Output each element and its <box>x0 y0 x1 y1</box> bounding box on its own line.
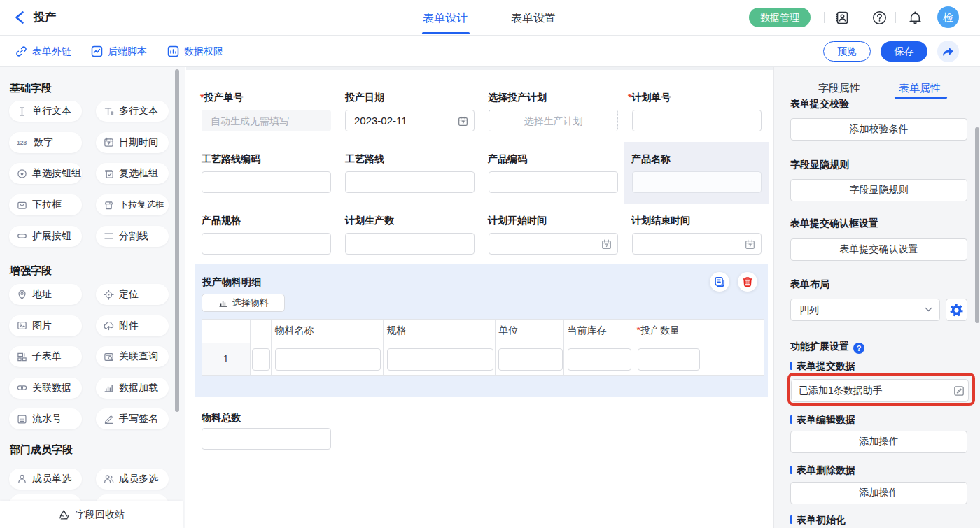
svg-text:123: 123 <box>17 139 27 146</box>
